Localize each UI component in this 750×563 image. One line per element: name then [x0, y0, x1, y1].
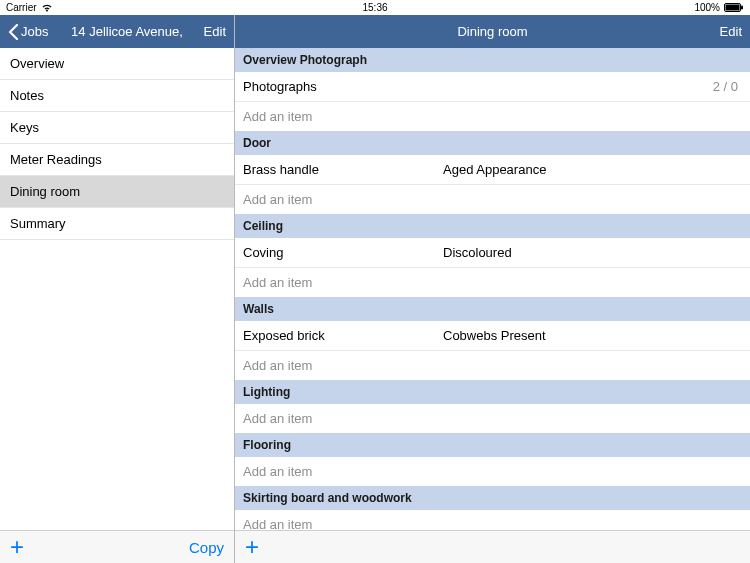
- section-header: Overview Photograph: [235, 48, 750, 72]
- item-row[interactable]: Exposed brickCobwebs Present: [235, 321, 750, 351]
- clock: 15:36: [362, 2, 387, 13]
- back-label: Jobs: [21, 24, 48, 39]
- sidebar-item-notes[interactable]: Notes: [0, 80, 234, 112]
- section-header: Skirting board and woodwork: [235, 486, 750, 510]
- right-nav-title: Dining room: [235, 24, 750, 39]
- item-name: Exposed brick: [243, 328, 443, 343]
- left-toolbar: + Copy: [0, 530, 234, 563]
- chevron-left-icon: [8, 24, 19, 40]
- right-toolbar: +: [235, 530, 750, 563]
- status-bar: Carrier 15:36 100%: [0, 0, 750, 15]
- left-navbar: Jobs 14 Jellicoe Avenue, Edit: [0, 15, 234, 48]
- section-header: Ceiling: [235, 214, 750, 238]
- item-row[interactable]: Photographs2 / 0: [235, 72, 750, 102]
- left-edit-button[interactable]: Edit: [204, 24, 226, 39]
- item-condition: Cobwebs Present: [443, 328, 742, 343]
- add-item-row[interactable]: Add an item: [235, 510, 750, 530]
- sidebar-item-dining-room[interactable]: Dining room: [0, 176, 234, 208]
- sidebar-list: OverviewNotesKeysMeter ReadingsDining ro…: [0, 48, 234, 530]
- item-condition: Discoloured: [443, 245, 742, 260]
- item-condition: Aged Appearance: [443, 162, 742, 177]
- copy-button[interactable]: Copy: [189, 539, 224, 556]
- right-navbar: Dining room Edit: [235, 15, 750, 48]
- battery-icon: [724, 3, 744, 12]
- section-header: Door: [235, 131, 750, 155]
- master-pane: Jobs 14 Jellicoe Avenue, Edit OverviewNo…: [0, 15, 235, 563]
- sidebar-item-label: Keys: [10, 120, 39, 135]
- back-button[interactable]: Jobs: [8, 24, 48, 40]
- sidebar-item-summary[interactable]: Summary: [0, 208, 234, 240]
- add-item-row[interactable]: Add an item: [235, 102, 750, 131]
- sidebar-item-label: Notes: [10, 88, 44, 103]
- carrier-label: Carrier: [6, 2, 37, 13]
- item-count: 2 / 0: [713, 79, 742, 94]
- add-item-row[interactable]: Add an item: [235, 351, 750, 380]
- sidebar-item-label: Meter Readings: [10, 152, 102, 167]
- item-row[interactable]: Brass handleAged Appearance: [235, 155, 750, 185]
- section-header: Flooring: [235, 433, 750, 457]
- item-name: Coving: [243, 245, 443, 260]
- add-button[interactable]: +: [10, 535, 24, 559]
- sidebar-item-label: Dining room: [10, 184, 80, 199]
- add-item-row[interactable]: Add an item: [235, 457, 750, 486]
- add-item-row[interactable]: Add an item: [235, 404, 750, 433]
- item-name: Brass handle: [243, 162, 443, 177]
- detail-pane: Dining room Edit Overview PhotographPhot…: [235, 15, 750, 563]
- sidebar-item-keys[interactable]: Keys: [0, 112, 234, 144]
- add-item-row[interactable]: Add an item: [235, 185, 750, 214]
- battery-pct: 100%: [694, 2, 720, 13]
- sidebar-item-overview[interactable]: Overview: [0, 48, 234, 80]
- detail-add-button[interactable]: +: [245, 535, 259, 559]
- add-item-row[interactable]: Add an item: [235, 268, 750, 297]
- svg-rect-2: [741, 6, 743, 10]
- sidebar-item-label: Summary: [10, 216, 66, 231]
- sidebar-item-label: Overview: [10, 56, 64, 71]
- wifi-icon: [41, 3, 53, 12]
- svg-rect-1: [726, 5, 740, 11]
- section-header: Walls: [235, 297, 750, 321]
- detail-content: Overview PhotographPhotographs2 / 0Add a…: [235, 48, 750, 530]
- item-name: Photographs: [243, 79, 443, 94]
- sidebar-item-meter-readings[interactable]: Meter Readings: [0, 144, 234, 176]
- right-edit-button[interactable]: Edit: [720, 24, 742, 39]
- section-header: Lighting: [235, 380, 750, 404]
- item-row[interactable]: CovingDiscoloured: [235, 238, 750, 268]
